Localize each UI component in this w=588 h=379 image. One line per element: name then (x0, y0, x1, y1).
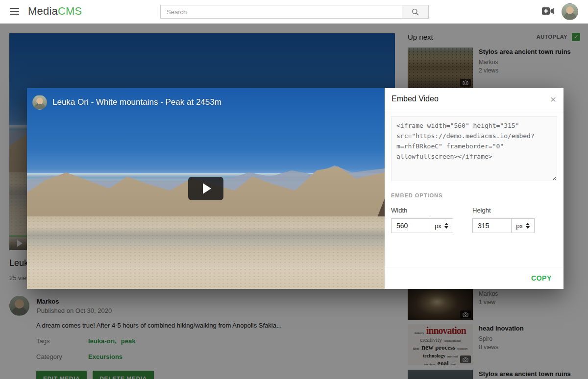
modal-title: Embed Video (392, 95, 439, 103)
width-input[interactable] (391, 218, 430, 233)
embed-video-modal: Leuka Ori - White mountains - Peak at 24… (27, 88, 564, 289)
height-input[interactable] (472, 218, 512, 233)
preview-author-avatar (32, 95, 47, 110)
width-label: Width (391, 207, 472, 214)
user-avatar[interactable] (562, 3, 578, 20)
width-unit-select[interactable]: px (430, 218, 453, 233)
menu-icon[interactable] (10, 8, 19, 15)
preview-video-title: Leuka Ori - White mountains - Peak at 24… (52, 97, 221, 107)
video-upload-icon[interactable] (542, 7, 554, 17)
unit-label: px (516, 222, 523, 230)
big-play-button[interactable] (188, 177, 223, 200)
brand-logo[interactable]: MediaCMS (28, 5, 82, 18)
embed-preview-player[interactable]: Leuka Ori - White mountains - Peak at 24… (27, 88, 385, 289)
unit-label: px (435, 222, 441, 230)
spinner-arrows-icon (444, 223, 448, 229)
search-icon (411, 8, 419, 16)
top-bar: MediaCMS (0, 0, 588, 24)
copy-button[interactable]: COPY (531, 274, 552, 282)
embed-options-panel: Embed Video × <iframe width="560" height… (385, 88, 564, 289)
spinner-arrows-icon (526, 223, 530, 229)
play-icon (203, 183, 211, 194)
mediacms-page: Leuka Ori - White mountains - Peak at 24… (0, 0, 588, 379)
close-icon[interactable]: × (550, 94, 556, 104)
height-label: Height (472, 207, 554, 214)
height-unit-select[interactable]: px (512, 218, 535, 233)
embed-options-label: EMBED OPTIONS (391, 192, 557, 198)
search-input[interactable] (160, 5, 402, 19)
foreground-sand (27, 216, 385, 289)
search-button[interactable] (402, 5, 429, 19)
embed-code-textarea[interactable]: <iframe width="560" height="315" src="ht… (391, 116, 557, 181)
